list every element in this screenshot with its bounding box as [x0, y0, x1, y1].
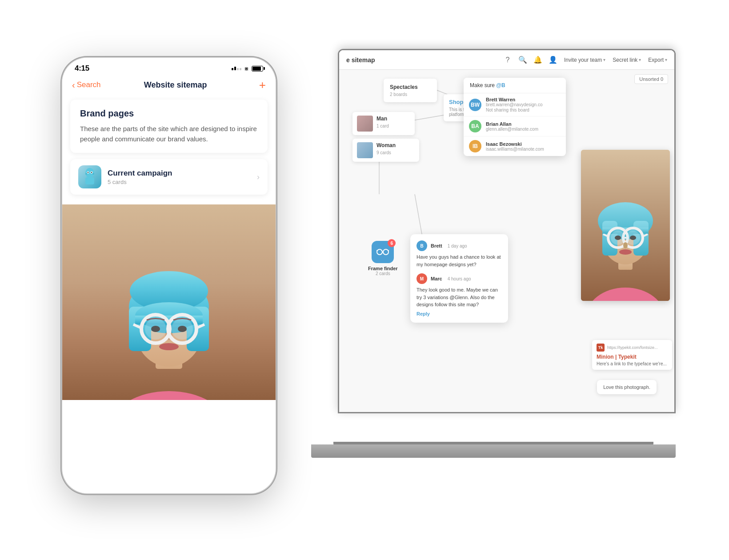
- comment-brett-text: Have you guys had a chance to look at my…: [417, 253, 502, 268]
- secret-link-button[interactable]: Secret link ▾: [613, 57, 641, 63]
- help-icon[interactable]: ?: [504, 56, 512, 64]
- mention-highlight: @B: [496, 82, 505, 88]
- typekit-description: Here's a link to the typeface we're...: [597, 361, 668, 366]
- spectacles-card[interactable]: Spectacles 2 boards: [384, 79, 437, 102]
- typekit-badge: Tk: [597, 344, 605, 352]
- svg-rect-5: [85, 177, 94, 184]
- campaign-text: Current campaign 5 cards: [108, 169, 251, 185]
- comment-brett-avatar: B: [417, 240, 427, 251]
- glasses-icon: [377, 248, 389, 256]
- mention-input[interactable]: Make sure @B: [464, 78, 566, 93]
- laptop-topbar: e sitemap ? 🔍 🔔 👤 Invite your team ▾: [339, 50, 674, 70]
- comment-brett-header: B Brett 1 day ago: [417, 240, 502, 251]
- man-subtitle: 1 card: [377, 124, 389, 128]
- svg-line-37: [389, 250, 389, 251]
- love-photo-text: Love this photograph.: [603, 384, 650, 390]
- frame-finder-item[interactable]: 6 Frame finder: [368, 241, 398, 276]
- isaac-avatar: IB: [469, 140, 481, 152]
- phone-device: 4:15 ⋇ ‹ Search Website sitemap: [62, 58, 276, 493]
- laptop-woman-svg: [581, 150, 670, 301]
- brett-status: Not sharing this board: [486, 108, 542, 112]
- woman-thumbnail: [357, 142, 373, 158]
- phone-add-button[interactable]: +: [259, 79, 266, 91]
- svg-point-27: [151, 326, 160, 332]
- svg-point-28: [178, 326, 187, 332]
- isaac-email: isaac.williams@milanote.com: [486, 147, 544, 152]
- man-thumbnail: [357, 116, 373, 132]
- svg-point-33: [377, 249, 382, 255]
- invite-team-button[interactable]: Invite your team ▾: [564, 57, 605, 63]
- svg-line-36: [377, 250, 377, 251]
- export-button[interactable]: Export ▾: [648, 57, 667, 63]
- comment-marc-name: Marc: [431, 276, 442, 281]
- svg-point-55: [619, 249, 632, 255]
- wifi-icon: ⋇: [244, 65, 249, 72]
- laptop-screen: e sitemap ? 🔍 🔔 👤 Invite your team ▾: [338, 49, 676, 413]
- woman-photo-svg: [62, 204, 276, 400]
- svg-point-0: [85, 168, 94, 178]
- man-card[interactable]: Man 1 card: [352, 112, 415, 135]
- campaign-subtitle: 5 cards: [108, 179, 251, 185]
- phone-screen-title: Website sitemap: [92, 80, 259, 90]
- brett-info: Brett Warren brett.warren@navydesign.co …: [486, 97, 542, 112]
- phone-time: 4:15: [75, 64, 89, 73]
- brian-name: Brian Allan: [486, 121, 538, 127]
- man-title: Man: [377, 116, 389, 122]
- frame-finder-subtitle: 2 cards: [368, 271, 398, 276]
- svg-point-53: [615, 236, 621, 240]
- svg-point-56: [623, 242, 628, 248]
- chevron-down-icon-2: ▾: [639, 57, 641, 62]
- mention-item-brian[interactable]: BA Brian Allan glenn.allen@milanote.com: [464, 116, 566, 136]
- isaac-info: Isaac Bezowski isaac.williams@milanote.c…: [486, 141, 544, 152]
- svg-point-34: [383, 249, 389, 255]
- mention-item-brett[interactable]: BW Brett Warren brett.warren@navydesign.…: [464, 93, 566, 116]
- mention-item-isaac[interactable]: IB Isaac Bezowski isaac.williams@milanot…: [464, 136, 566, 156]
- comment-marc-time: 4 hours ago: [448, 276, 471, 281]
- laptop-woman-photo: [581, 150, 670, 301]
- brian-info: Brian Allan glenn.allen@milanote.com: [486, 121, 538, 132]
- chevron-right-icon: ›: [257, 172, 260, 182]
- comment-marc-text: They look good to me. Maybe we can try 3…: [417, 286, 502, 308]
- comment-marc: M Marc 4 hours ago They look good to me.…: [417, 273, 502, 316]
- svg-point-54: [630, 236, 636, 240]
- laptop-base: [311, 444, 676, 458]
- frame-finder-badge: 6: [388, 239, 396, 247]
- brand-pages-title: Brand pages: [80, 108, 258, 119]
- typekit-card[interactable]: Tk https://typekit.com/fontsize... Minio…: [592, 340, 672, 370]
- comment-reply-button[interactable]: Reply: [417, 311, 502, 316]
- topbar-actions: ? 🔍 🔔 👤 Invite your team ▾ Secret link ▾: [504, 56, 667, 64]
- unsorted-button[interactable]: Unsorted 0: [634, 74, 668, 84]
- brett-email: brett.warren@navydesign.co: [486, 102, 542, 107]
- laptop-photo-bg: [581, 150, 670, 301]
- avatar-figure-icon: [82, 168, 98, 186]
- woman-card[interactable]: Woman 9 cards: [352, 139, 419, 162]
- frame-finder-icon-bg: 6: [372, 241, 394, 263]
- brand-pages-card: Brand pages These are the parts of the s…: [70, 100, 268, 153]
- account-icon[interactable]: 👤: [549, 56, 557, 64]
- brian-email: glenn.allen@milanote.com: [486, 127, 538, 132]
- spectacles-subtitle: 2 boards: [390, 92, 431, 97]
- phone-content: Brand pages These are the parts of the s…: [62, 96, 276, 204]
- typekit-header: Tk https://typekit.com/fontsize...: [597, 344, 668, 352]
- brett-name: Brett Warren: [486, 97, 542, 102]
- current-campaign-item[interactable]: Current campaign 5 cards ›: [70, 159, 268, 195]
- phone-nav: ‹ Search Website sitemap +: [62, 76, 276, 96]
- brett-avatar: BW: [469, 99, 481, 111]
- signal-icon: [232, 67, 241, 70]
- spectacles-title: Spectacles: [390, 84, 431, 90]
- campaign-title: Current campaign: [108, 169, 251, 178]
- phone-photo: [62, 204, 276, 400]
- laptop-app: e sitemap ? 🔍 🔔 👤 Invite your team ▾: [339, 50, 674, 412]
- laptop-screen-inner: e sitemap ? 🔍 🔔 👤 Invite your team ▾: [339, 50, 674, 412]
- chevron-left-icon: ‹: [72, 80, 75, 90]
- typekit-url: https://typekit.com/fontsize...: [607, 345, 658, 350]
- frame-finder-title: Frame finder: [368, 266, 398, 271]
- phone-notch: [136, 58, 202, 70]
- love-photo-caption: Love this photograph.: [597, 380, 657, 394]
- search-icon[interactable]: 🔍: [519, 56, 527, 64]
- svg-point-3: [88, 172, 88, 173]
- notifications-icon[interactable]: 🔔: [534, 56, 542, 64]
- chevron-down-icon-3: ▾: [665, 57, 667, 62]
- laptop-app-title: e sitemap: [346, 56, 375, 64]
- comment-marc-header: M Marc 4 hours ago: [417, 273, 502, 284]
